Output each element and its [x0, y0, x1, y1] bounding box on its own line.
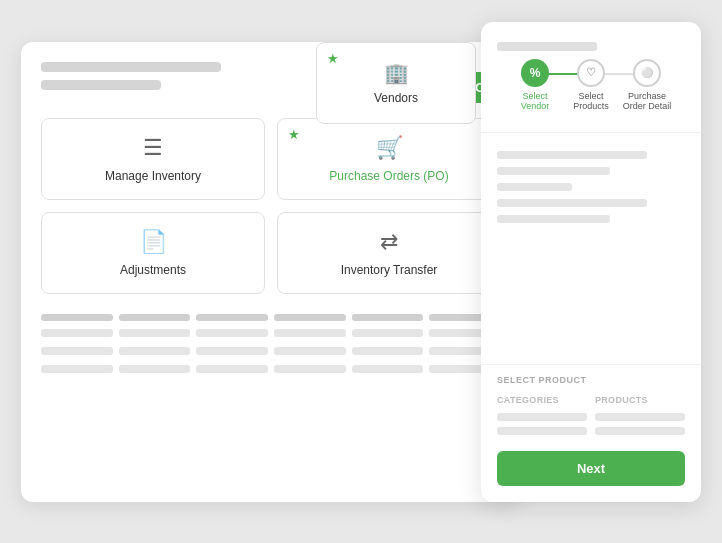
adjustments-card[interactable]: 📄 Adjustments: [41, 212, 265, 294]
heart-icon: ♡: [586, 66, 596, 79]
col-vendor: [274, 314, 346, 321]
side-content: [481, 141, 701, 363]
categories-label: CATEGORIES: [497, 395, 587, 405]
star-icon-po: ★: [288, 127, 300, 142]
col-received-date: [196, 314, 268, 321]
divider-1: [481, 132, 701, 133]
content-line-2: [497, 167, 610, 175]
manage-inventory-label: Manage Inventory: [105, 169, 201, 183]
transfer-icon: ⇄: [380, 229, 398, 255]
step-label-2: SelectProducts: [573, 91, 609, 113]
stepper: % SelectVendor ♡ SelectProducts ⚪ Purcha…: [497, 59, 685, 113]
bar-row-1: [497, 413, 685, 421]
table-section: [21, 304, 521, 393]
content-line-1: [497, 151, 647, 159]
cell: [196, 329, 268, 337]
cell: [274, 329, 346, 337]
side-panel-top: % SelectVendor ♡ SelectProducts ⚪ Purcha…: [481, 22, 701, 125]
cell: [352, 347, 424, 355]
step-purchase-order-detail: ⚪ PurchaseOrder Detail: [619, 59, 675, 113]
table-row: [41, 347, 501, 355]
products-bar-1: [595, 413, 685, 421]
step-label-1: SelectVendor: [521, 91, 550, 113]
building-icon: 🏢: [384, 61, 409, 85]
cell: [119, 365, 191, 373]
list-icon: ☰: [143, 135, 163, 161]
table-row: [41, 365, 501, 373]
cell: [41, 329, 113, 337]
cell: [274, 365, 346, 373]
categories-bar-2: [497, 427, 587, 435]
cell: [41, 365, 113, 373]
star-icon-vendors: ★: [327, 51, 339, 66]
step-circle-3: ⚪: [633, 59, 661, 87]
doc-icon: 📄: [140, 229, 167, 255]
header-line-1: [41, 62, 221, 72]
bar-row-2: [497, 427, 685, 435]
col-order-id: [41, 314, 113, 321]
cell: [41, 347, 113, 355]
two-col-labels: CATEGORIES PRODUCTS: [497, 395, 685, 405]
manage-inventory-card[interactable]: ☰ Manage Inventory: [41, 118, 265, 200]
percent-icon: %: [530, 66, 541, 80]
products-label: PRODUCTS: [595, 395, 685, 405]
content-line-3: [497, 183, 572, 191]
products-bar-2: [595, 427, 685, 435]
inventory-transfer-card[interactable]: ⇄ Inventory Transfer: [277, 212, 501, 294]
adjustments-label: Adjustments: [120, 263, 186, 277]
purchase-orders-card[interactable]: ★ 🛒 Purchase Orders (PO): [277, 118, 501, 200]
cell: [196, 347, 268, 355]
inventory-transfer-label: Inventory Transfer: [341, 263, 438, 277]
col-amount: [352, 314, 424, 321]
cell: [119, 329, 191, 337]
next-button[interactable]: Next: [497, 451, 685, 486]
grid-section: ☰ Manage Inventory ★ 🛒 Purchase Orders (…: [21, 108, 521, 304]
step-label-3: PurchaseOrder Detail: [623, 91, 672, 113]
table-header: [41, 314, 501, 321]
cart-icon: 🛒: [376, 135, 403, 161]
circle-icon: ⚪: [641, 67, 653, 78]
vendors-label: Vendors: [374, 91, 418, 105]
cell: [352, 365, 424, 373]
content-line-4: [497, 199, 647, 207]
cell: [196, 365, 268, 373]
cell: [274, 347, 346, 355]
vendors-card[interactable]: ★ 🏢 Vendors: [316, 42, 476, 124]
cell: [352, 329, 424, 337]
select-product-label: SELECT PRODUCT: [497, 375, 685, 385]
header-line-2: [41, 80, 161, 90]
cell: [119, 347, 191, 355]
step-select-products: ♡ SelectProducts: [563, 59, 619, 113]
scene: New PO ☰ Manage Inventory ★ 🛒 Purchase O…: [21, 22, 701, 522]
table-row: [41, 329, 501, 337]
select-product-section: SELECT PRODUCT CATEGORIES PRODUCTS: [481, 364, 701, 441]
categories-bar-1: [497, 413, 587, 421]
step-circle-2: ♡: [577, 59, 605, 87]
side-panel: % SelectVendor ♡ SelectProducts ⚪ Purcha…: [481, 22, 701, 502]
col-open-date: [119, 314, 191, 321]
purchase-orders-label: Purchase Orders (PO): [329, 169, 448, 183]
step-select-vendor: % SelectVendor: [507, 59, 563, 113]
content-line-5: [497, 215, 610, 223]
step-circle-1: %: [521, 59, 549, 87]
panel-header-line: [497, 42, 597, 51]
